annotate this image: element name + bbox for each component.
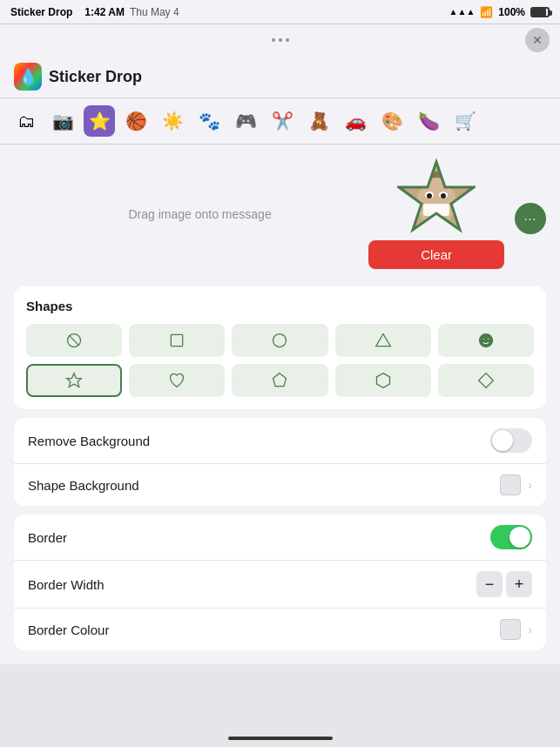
remove-background-row: Remove Background — [14, 418, 546, 464]
svg-point-7 — [441, 193, 446, 199]
eggplant-icon[interactable]: 🍆 — [413, 105, 444, 137]
star-icon[interactable]: ⭐ — [84, 105, 115, 137]
shape-none-button[interactable] — [26, 324, 122, 357]
shape-circle-button[interactable] — [232, 324, 327, 357]
shape-face-button[interactable] — [438, 324, 534, 357]
image-area: Drag image onto message — [14, 158, 546, 269]
svg-point-6 — [427, 193, 432, 199]
shape-background-swatch — [500, 474, 521, 495]
svg-marker-20 — [376, 374, 389, 388]
border-row: Border — [14, 515, 546, 561]
app-logo: 💧 — [14, 63, 42, 91]
border-colour-chevron: › — [528, 622, 532, 636]
border-width-minus-button[interactable]: − — [476, 571, 503, 597]
sticker-star-shape — [397, 158, 476, 237]
settings-section-2: Border Border Width − + Border Colour › — [14, 515, 546, 650]
svg-marker-21 — [479, 374, 494, 388]
shape-pentagon-button[interactable] — [232, 364, 327, 397]
basketball-icon[interactable]: 🏀 — [120, 105, 152, 137]
modal-header: 💧 Sticker Drop — [0, 56, 560, 98]
status-left: Sticker Drop 1:42 AM Thu May 4 — [10, 6, 179, 18]
battery-icon — [530, 7, 550, 17]
border-width-plus-button[interactable]: + — [506, 571, 532, 597]
car-icon[interactable]: 🚗 — [340, 105, 371, 137]
gamepad-icon[interactable]: 🎮 — [230, 105, 261, 137]
camera-icon[interactable]: 📷 — [47, 105, 78, 137]
sticker-preview — [397, 158, 476, 237]
modal-drag-handle — [272, 38, 289, 42]
shape-star-button[interactable] — [26, 364, 122, 397]
shapes-title: Shapes — [26, 299, 534, 313]
close-icon: ✕ — [532, 33, 543, 47]
clear-button[interactable]: Clear — [368, 240, 504, 269]
wifi-icon: 📶 — [480, 6, 493, 18]
shape-background-label: Shape Background — [28, 478, 139, 493]
battery-label: 100% — [498, 6, 525, 18]
svg-point-15 — [479, 334, 492, 347]
shape-background-chevron: › — [528, 478, 532, 492]
status-bar: Sticker Drop 1:42 AM Thu May 4 ▲▲▲ 📶 100… — [0, 0, 560, 24]
home-bar — [228, 737, 333, 740]
app-title: Sticker Drop — [49, 68, 142, 86]
svg-marker-14 — [375, 334, 390, 347]
shapes-grid — [26, 324, 534, 397]
svg-marker-19 — [273, 374, 287, 387]
folder-icon[interactable]: 🗂 — [10, 105, 42, 137]
border-width-stepper: − + — [476, 571, 532, 597]
signal-icon: ▲▲▲ — [449, 7, 476, 17]
border-width-label: Border Width — [28, 577, 105, 592]
remove-background-toggle[interactable] — [490, 428, 532, 453]
shape-background-row[interactable]: Shape Background › — [14, 464, 546, 506]
status-date: Thu May 4 — [130, 6, 179, 18]
svg-marker-18 — [67, 374, 82, 387]
shape-triangle-button[interactable] — [335, 324, 431, 357]
sticker-preview-container: Clear — [368, 158, 504, 269]
shape-hexagon-button[interactable] — [335, 364, 431, 397]
modal-topbar: ✕ — [0, 24, 560, 56]
border-colour-right: › — [500, 619, 532, 640]
svg-point-3 — [417, 178, 455, 226]
options-button[interactable]: ··· — [515, 203, 546, 234]
scissors-icon[interactable]: ✂️ — [267, 105, 298, 137]
shape-square-button[interactable] — [129, 324, 225, 357]
toolbar: 🗂 📷 ⭐ 🏀 ☀️ 🐾 🎮 ✂️ 🧸 🚗 🎨 🍆 🛒 — [0, 98, 560, 145]
status-right: ▲▲▲ 📶 100% — [449, 6, 550, 18]
status-time: 1:42 AM — [84, 6, 125, 18]
svg-point-16 — [482, 338, 485, 340]
options-icon: ··· — [524, 212, 537, 225]
border-colour-row[interactable]: Border Colour › — [14, 609, 546, 650]
border-width-row: Border Width − + — [14, 561, 546, 609]
paw-icon[interactable]: 🐾 — [193, 105, 225, 137]
svg-point-13 — [273, 334, 287, 347]
close-button[interactable]: ✕ — [525, 28, 550, 52]
shape-background-right: › — [500, 474, 532, 495]
svg-rect-12 — [172, 334, 183, 346]
shape-heart-button[interactable] — [129, 364, 225, 397]
border-colour-swatch — [500, 619, 521, 640]
status-app-name: Sticker Drop — [10, 6, 72, 18]
settings-section-1: Remove Background Shape Background › — [14, 418, 546, 506]
shape-diamond-button[interactable] — [438, 364, 534, 397]
svg-point-17 — [487, 338, 489, 340]
bear-icon[interactable]: 🧸 — [303, 105, 334, 137]
border-toggle[interactable] — [490, 525, 532, 549]
shapes-section: Shapes — [14, 286, 546, 409]
svg-line-11 — [69, 335, 79, 346]
remove-background-label: Remove Background — [28, 434, 150, 448]
palette-icon[interactable]: 🎨 — [376, 105, 408, 137]
cart-icon[interactable]: 🛒 — [449, 105, 481, 137]
main-content: Drag image onto message — [0, 145, 560, 664]
border-colour-label: Border Colour — [28, 622, 109, 637]
border-label: Border — [28, 530, 67, 545]
sun-icon[interactable]: ☀️ — [157, 105, 188, 137]
drag-label: Drag image onto message — [31, 207, 368, 221]
